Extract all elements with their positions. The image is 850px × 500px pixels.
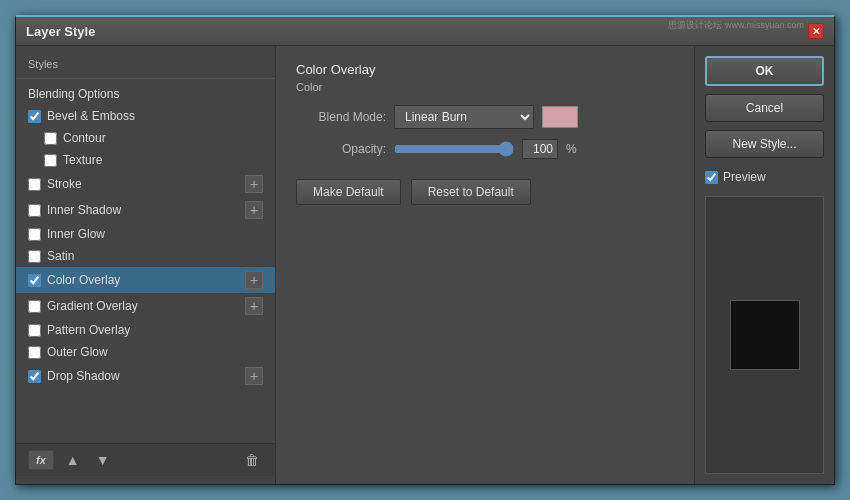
make-default-button[interactable]: Make Default — [296, 179, 401, 205]
texture-checkbox[interactable] — [44, 154, 57, 167]
sidebar-item-label: Bevel & Emboss — [47, 109, 263, 123]
styles-section-header[interactable]: Styles — [16, 54, 275, 74]
inner-glow-checkbox[interactable] — [28, 228, 41, 241]
panel-subtitle: Color — [296, 81, 674, 93]
bevel-emboss-checkbox[interactable] — [28, 110, 41, 123]
blend-mode-label: Blend Mode: — [296, 110, 386, 124]
preview-checkbox[interactable] — [705, 171, 718, 184]
inner-shadow-add-button[interactable]: + — [245, 201, 263, 219]
dialog-body: Styles Blending Options Bevel & Emboss C… — [16, 46, 834, 484]
preview-inner — [730, 300, 800, 370]
opacity-slider[interactable] — [394, 141, 514, 157]
close-button[interactable]: ✕ — [808, 23, 824, 39]
blend-mode-row: Blend Mode: Normal Dissolve Darken Multi… — [296, 105, 674, 129]
sidebar-item-label: Texture — [63, 153, 263, 167]
reset-default-button[interactable]: Reset to Default — [411, 179, 531, 205]
preview-label: Preview — [723, 170, 766, 184]
stroke-add-button[interactable]: + — [245, 175, 263, 193]
satin-checkbox[interactable] — [28, 250, 41, 263]
opacity-input[interactable] — [522, 139, 558, 159]
color-swatch[interactable] — [542, 106, 578, 128]
gradient-overlay-add-button[interactable]: + — [245, 297, 263, 315]
sidebar-item-label: Color Overlay — [47, 273, 239, 287]
sidebar-item-outer-glow[interactable]: Outer Glow — [16, 341, 275, 363]
sidebar-item-blending-options[interactable]: Blending Options — [16, 83, 275, 105]
cancel-button[interactable]: Cancel — [705, 94, 824, 122]
sidebar-item-label: Gradient Overlay — [47, 299, 239, 313]
sidebar-item-label: Inner Glow — [47, 227, 263, 241]
blend-mode-select[interactable]: Normal Dissolve Darken Multiply Color Bu… — [394, 105, 534, 129]
sidebar-item-label: Inner Shadow — [47, 203, 239, 217]
left-toolbar: fx ▲ ▼ 🗑 — [16, 443, 275, 476]
layer-style-dialog: 思源设计论坛 www.missyuan.com Layer Style ✕ St… — [15, 15, 835, 485]
dialog-title: Layer Style — [26, 24, 95, 39]
move-down-button[interactable]: ▼ — [92, 450, 114, 470]
color-overlay-checkbox[interactable] — [28, 274, 41, 287]
fx-button[interactable]: fx — [28, 450, 54, 470]
gradient-overlay-checkbox[interactable] — [28, 300, 41, 313]
ok-button[interactable]: OK — [705, 56, 824, 86]
sidebar-item-bevel-emboss[interactable]: Bevel & Emboss — [16, 105, 275, 127]
sidebar-item-label: Satin — [47, 249, 263, 263]
opacity-row: Opacity: % — [296, 139, 674, 159]
contour-checkbox[interactable] — [44, 132, 57, 145]
left-panel: Styles Blending Options Bevel & Emboss C… — [16, 46, 276, 484]
stroke-checkbox[interactable] — [28, 178, 41, 191]
opacity-label: Opacity: — [296, 142, 386, 156]
sidebar-item-contour[interactable]: Contour — [16, 127, 275, 149]
delete-button[interactable]: 🗑 — [241, 450, 263, 470]
percent-label: % — [566, 142, 577, 156]
drop-shadow-checkbox[interactable] — [28, 370, 41, 383]
sidebar-item-label: Blending Options — [28, 87, 263, 101]
sidebar-item-inner-shadow[interactable]: Inner Shadow + — [16, 197, 275, 223]
action-buttons: Make Default Reset to Default — [296, 179, 674, 205]
color-overlay-add-button[interactable]: + — [245, 271, 263, 289]
sidebar-item-label: Stroke — [47, 177, 239, 191]
sidebar-item-color-overlay[interactable]: Color Overlay + — [16, 267, 275, 293]
inner-shadow-checkbox[interactable] — [28, 204, 41, 217]
panel-title: Color Overlay — [296, 62, 674, 77]
sidebar-item-inner-glow[interactable]: Inner Glow — [16, 223, 275, 245]
right-panel: OK Cancel New Style... Preview — [694, 46, 834, 484]
sidebar-item-label: Outer Glow — [47, 345, 263, 359]
outer-glow-checkbox[interactable] — [28, 346, 41, 359]
sidebar-item-stroke[interactable]: Stroke + — [16, 171, 275, 197]
move-up-button[interactable]: ▲ — [62, 450, 84, 470]
sidebar-item-label: Drop Shadow — [47, 369, 239, 383]
center-panel: Color Overlay Color Blend Mode: Normal D… — [276, 46, 694, 484]
sidebar-item-texture[interactable]: Texture — [16, 149, 275, 171]
sidebar-item-pattern-overlay[interactable]: Pattern Overlay — [16, 319, 275, 341]
sidebar-item-label: Contour — [63, 131, 263, 145]
sidebar-item-gradient-overlay[interactable]: Gradient Overlay + — [16, 293, 275, 319]
sidebar-item-satin[interactable]: Satin — [16, 245, 275, 267]
watermark: 思源设计论坛 www.missyuan.com — [668, 19, 804, 32]
preview-box — [705, 196, 824, 474]
sidebar-item-label: Pattern Overlay — [47, 323, 263, 337]
pattern-overlay-checkbox[interactable] — [28, 324, 41, 337]
preview-row: Preview — [705, 170, 824, 184]
sidebar-item-drop-shadow[interactable]: Drop Shadow + — [16, 363, 275, 389]
drop-shadow-add-button[interactable]: + — [245, 367, 263, 385]
new-style-button[interactable]: New Style... — [705, 130, 824, 158]
